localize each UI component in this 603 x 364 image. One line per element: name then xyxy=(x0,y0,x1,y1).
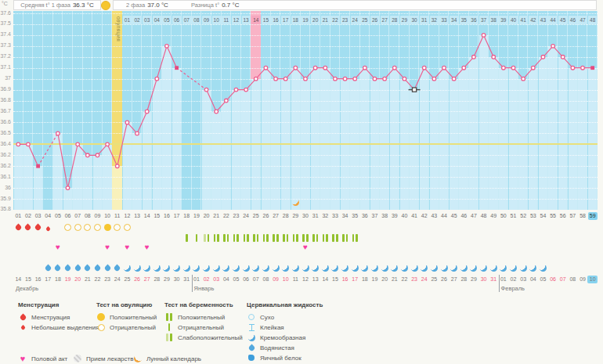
cycle-day-label[interactable]: 42 xyxy=(420,212,429,220)
temp-point-day-12[interactable] xyxy=(125,121,129,124)
temp-point-day-11[interactable] xyxy=(115,164,119,168)
temp-point-day-48[interactable] xyxy=(482,34,486,38)
temp-point-day-51[interactable] xyxy=(511,66,515,70)
cycle-day-label[interactable]: 02 xyxy=(23,212,33,220)
cycle-day-label[interactable]: 13 xyxy=(132,212,142,220)
cycle-day-label[interactable]: 41 xyxy=(410,212,419,220)
temp-point-day-27[interactable] xyxy=(274,77,278,81)
cycle-day-label[interactable]: 27 xyxy=(271,212,280,220)
cycle-day-label[interactable]: 14 xyxy=(143,212,152,220)
cycle-day-label[interactable]: 55 xyxy=(548,212,558,220)
temp-point-day-49[interactable] xyxy=(492,55,496,59)
cycle-day-label[interactable]: 24 xyxy=(241,212,251,220)
temp-point-day-23[interactable] xyxy=(234,88,238,92)
temp-point-day-30[interactable] xyxy=(304,77,308,81)
cycle-day-label[interactable]: 10 xyxy=(103,212,112,220)
temp-point-day-13[interactable] xyxy=(135,132,139,135)
cycle-day-label[interactable]: 04 xyxy=(43,212,52,220)
cycle-day-label[interactable]: 07 xyxy=(73,212,82,220)
temp-point-day-38[interactable] xyxy=(383,77,387,81)
cycle-day-label[interactable]: 06 xyxy=(63,212,73,220)
cycle-day-label[interactable]: 08 xyxy=(83,212,92,220)
cycle-day-label[interactable]: 51 xyxy=(509,212,518,220)
temp-point-day-40[interactable] xyxy=(403,77,406,81)
temp-point-day-57[interactable] xyxy=(571,66,575,70)
cycle-day-label[interactable]: 38 xyxy=(380,212,389,220)
temp-point-day-21[interactable] xyxy=(215,110,218,114)
cycle-day-label[interactable]: 31 xyxy=(311,212,320,220)
temp-point-day-37[interactable] xyxy=(373,77,377,81)
cycle-day-label[interactable]: 45 xyxy=(450,212,459,220)
cycle-day-label[interactable]: 49 xyxy=(489,212,498,220)
temp-point-day-09[interactable] xyxy=(96,153,99,157)
temp-point-day-45[interactable] xyxy=(452,77,456,81)
cycle-day-label[interactable]: 16 xyxy=(162,212,172,220)
cycle-day-label[interactable]: 17 xyxy=(172,212,182,220)
cycle-day-label[interactable]: 25 xyxy=(251,212,261,220)
temp-point-day-22[interactable] xyxy=(225,99,229,103)
cycle-day-label[interactable]: 01 xyxy=(13,212,23,220)
temp-point-day-55[interactable] xyxy=(551,45,555,49)
cycle-day-label[interactable]: 28 xyxy=(281,212,291,220)
cycle-day-label[interactable]: 36 xyxy=(360,212,370,220)
temp-point-day-43[interactable] xyxy=(432,77,436,81)
temp-point-day-32[interactable] xyxy=(323,66,327,70)
cycle-day-label[interactable]: 54 xyxy=(538,212,547,220)
temp-point-day-50[interactable] xyxy=(502,66,506,70)
cycle-day-label[interactable]: 18 xyxy=(182,212,191,220)
temp-point-day-44[interactable] xyxy=(442,66,446,70)
cycle-day-label[interactable]: 47 xyxy=(469,212,478,220)
temp-point-day-41[interactable] xyxy=(412,88,416,92)
cycle-day-label[interactable]: 21 xyxy=(211,212,221,220)
cycle-day-label[interactable]: 48 xyxy=(479,212,489,220)
cycle-day-label[interactable]: 03 xyxy=(34,212,43,220)
temp-point-day-36[interactable] xyxy=(363,66,367,70)
temp-point-day-53[interactable] xyxy=(532,66,536,70)
temp-point-day-39[interactable] xyxy=(392,66,396,70)
temp-point-day-25[interactable] xyxy=(254,77,258,81)
temp-point-day-08[interactable] xyxy=(86,153,90,157)
cycle-day-label[interactable]: 44 xyxy=(439,212,449,220)
cycle-day-label[interactable]: 29 xyxy=(291,212,300,220)
temp-point-day-05[interactable] xyxy=(56,132,60,135)
cycle-day-label[interactable]: 53 xyxy=(529,212,538,220)
temp-point-day-31[interactable] xyxy=(313,66,317,70)
cycle-day-label[interactable]: 23 xyxy=(231,212,240,220)
cycle-day-label[interactable]: 40 xyxy=(399,212,409,220)
temp-point-day-35[interactable] xyxy=(353,77,357,81)
cycle-day-label[interactable]: 37 xyxy=(370,212,380,220)
cycle-day-label[interactable]: 11 xyxy=(113,212,122,220)
cycle-day-label[interactable]: 50 xyxy=(499,212,508,220)
temp-point-day-14[interactable] xyxy=(145,110,149,114)
temp-point-day-33[interactable] xyxy=(334,77,338,81)
temp-point-day-07[interactable] xyxy=(76,142,80,146)
cycle-day-label[interactable]: 05 xyxy=(53,212,63,220)
temp-point-day-58[interactable] xyxy=(581,66,585,70)
cycle-day-label[interactable]: 35 xyxy=(350,212,359,220)
cycle-day-label[interactable]: 34 xyxy=(341,212,350,220)
cycle-day-label[interactable]: 12 xyxy=(122,212,132,220)
temp-point-day-03[interactable] xyxy=(36,164,40,168)
temp-point-day-26[interactable] xyxy=(264,66,268,70)
temp-point-day-20[interactable] xyxy=(204,88,208,92)
temp-point-day-17[interactable] xyxy=(175,66,179,70)
cycle-day-label[interactable]: 39 xyxy=(390,212,399,220)
temp-point-day-47[interactable] xyxy=(472,55,476,59)
temp-point-day-02[interactable] xyxy=(27,142,31,146)
temp-point-day-29[interactable] xyxy=(294,66,298,70)
temp-point-day-34[interactable] xyxy=(343,77,347,81)
temp-point-day-24[interactable] xyxy=(244,88,248,92)
temp-point-day-56[interactable] xyxy=(561,55,565,59)
cycle-day-label[interactable]: 26 xyxy=(261,212,270,220)
temp-point-day-15[interactable] xyxy=(155,77,159,81)
temp-point-day-59[interactable] xyxy=(590,66,594,70)
temp-point-day-06[interactable] xyxy=(66,186,70,190)
cycle-day-label[interactable]: 32 xyxy=(320,212,330,220)
cycle-day-label[interactable]: 58 xyxy=(578,212,587,220)
cycle-day-label[interactable]: 57 xyxy=(568,212,577,220)
temp-point-day-16[interactable] xyxy=(165,45,169,49)
temp-point-day-28[interactable] xyxy=(283,77,287,81)
cycle-day-label[interactable]: 33 xyxy=(330,212,340,220)
cycle-day-label[interactable]: 19 xyxy=(192,212,201,220)
cycle-day-label[interactable]: 30 xyxy=(301,212,310,220)
